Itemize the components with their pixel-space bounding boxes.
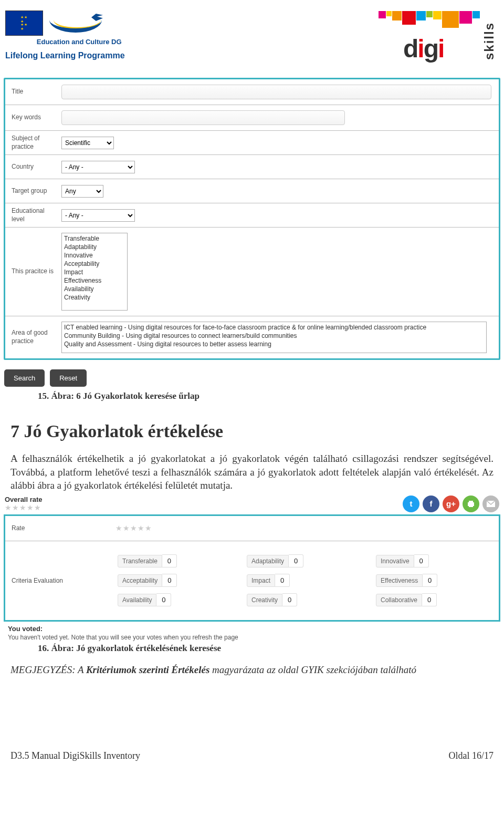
- criteria-item[interactable]: Acceptability0: [118, 574, 233, 587]
- criteria-item[interactable]: Innovative0: [376, 554, 491, 567]
- list-item[interactable]: ICT enabled learning - Using digital res…: [64, 323, 484, 332]
- area-label: Area of good practice: [5, 329, 55, 345]
- edu-culture-text: Education and Culture DG: [37, 38, 122, 46]
- facebook-icon[interactable]: f: [423, 496, 439, 512]
- practice-listbox[interactable]: Transferable Adaptability Innovative Acc…: [61, 233, 128, 311]
- list-item[interactable]: Innovative: [64, 251, 125, 260]
- list-item[interactable]: Impact: [64, 268, 125, 276]
- eu-flag-icon: [5, 11, 43, 36]
- list-item[interactable]: Creativity: [64, 293, 125, 302]
- criteria-item[interactable]: Transferable0: [118, 554, 233, 567]
- google-plus-icon[interactable]: g+: [443, 496, 459, 512]
- list-item[interactable]: Effectiveness: [64, 276, 125, 285]
- you-voted-note: You haven't voted yet. Note that you wil…: [8, 634, 496, 641]
- title-input[interactable]: [61, 85, 491, 99]
- footer-right: Oldal 16/17: [449, 750, 494, 761]
- edulevel-select[interactable]: - Any -: [61, 209, 135, 222]
- criteria-item[interactable]: Effectiveness0: [376, 574, 491, 587]
- digiskills-logo: digi skills: [378, 11, 499, 73]
- llp-logo-block: Education and Culture DG Lifelong Learni…: [5, 11, 125, 60]
- country-select[interactable]: - Any -: [61, 161, 135, 173]
- list-item[interactable]: Adaptability: [64, 243, 125, 251]
- criteria-grid: Transferable0 Adaptability0 Innovative0 …: [110, 548, 499, 613]
- footer-left: D3.5 Manual DigiSkills Inventory: [10, 750, 140, 761]
- print-icon[interactable]: [463, 496, 479, 512]
- rating-table: Rate ★★★★★ Criteria Evaluation Transfera…: [4, 514, 500, 622]
- keywords-label: Key words: [5, 113, 55, 122]
- section-heading: 7 Jó Gyakorlatok értékelése: [0, 401, 504, 452]
- area-listbox[interactable]: ICT enabled learning - Using digital res…: [61, 322, 487, 353]
- list-item[interactable]: Community Building - Using digital resou…: [64, 332, 484, 340]
- figure-caption-16: 16. Ábra: Jó gyakorlatok értékelésének k…: [0, 641, 504, 654]
- search-form: Title Key words Subject of practice Scie…: [4, 78, 500, 360]
- country-label: Country: [5, 163, 55, 171]
- criteria-label: Criteria Evaluation: [5, 577, 110, 584]
- svg-rect-2: [469, 505, 473, 507]
- criteria-item[interactable]: Creativity0: [247, 593, 362, 606]
- edulevel-label: Educational level: [5, 207, 55, 223]
- practice-label: This pracitce is: [5, 267, 55, 276]
- subject-label: Subject of practice: [5, 135, 55, 151]
- overall-stars: ★★★★★: [5, 503, 43, 512]
- you-voted-heading: You voted:: [8, 625, 496, 633]
- overall-rate-label: Overall rate: [5, 496, 43, 503]
- title-label: Title: [5, 88, 55, 96]
- target-select[interactable]: Any: [61, 185, 103, 198]
- list-item[interactable]: Availability: [64, 285, 125, 293]
- subject-select[interactable]: Scientific: [61, 137, 114, 149]
- figure-caption-15: 15. Ábra: 6 Jó Gyakorlatok keresése űrla…: [0, 389, 504, 401]
- criteria-item[interactable]: Adaptability0: [247, 554, 362, 567]
- svg-rect-1: [469, 501, 473, 503]
- criteria-item[interactable]: Availability0: [118, 593, 233, 606]
- social-row: t f g+: [403, 496, 499, 512]
- rate-stars[interactable]: ★★★★★: [116, 524, 152, 532]
- mail-icon[interactable]: [482, 496, 499, 512]
- criteria-item[interactable]: Impact0: [247, 574, 362, 587]
- list-item[interactable]: Acceptability: [64, 260, 125, 268]
- search-button[interactable]: Search: [4, 369, 45, 387]
- header-logos: Education and Culture DG Lifelong Learni…: [0, 0, 504, 78]
- twitter-icon[interactable]: t: [403, 496, 419, 512]
- reset-button[interactable]: Reset: [50, 369, 87, 387]
- target-label: Target group: [5, 187, 55, 195]
- note-paragraph: MEGJEGYZÉS: A Kritériumok szerinti Érték…: [0, 654, 504, 677]
- keywords-input[interactable]: [61, 110, 345, 125]
- swoosh-icon: [49, 11, 107, 36]
- llp-text: Lifelong Learning Programme: [5, 51, 125, 60]
- list-item[interactable]: Quality and Assessment - Using digital r…: [64, 340, 484, 348]
- rate-label: Rate: [5, 524, 110, 532]
- criteria-item[interactable]: Collaborative0: [376, 593, 491, 606]
- body-paragraph: A felhasználók értékelhetik a jó gyakorl…: [0, 452, 504, 492]
- list-item[interactable]: Transferable: [64, 234, 125, 243]
